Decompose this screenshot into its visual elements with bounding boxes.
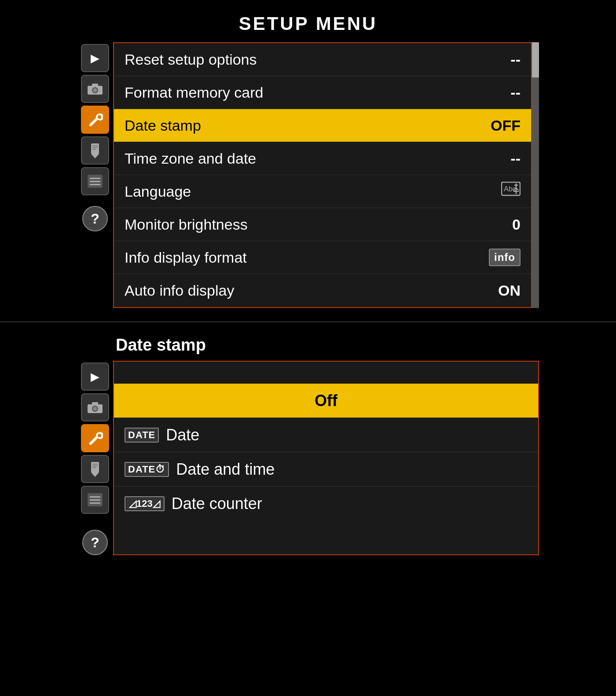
bottom-sidebar-play-icon[interactable]: ▶ <box>81 363 109 391</box>
sidebar-camera-icon[interactable] <box>81 75 109 103</box>
info-badge: info <box>489 249 521 266</box>
submenu-item-date-counter[interactable]: ◿123◿ Date counter <box>114 487 538 521</box>
menu-item-brightness[interactable]: Monitor brightness 0 <box>114 208 531 241</box>
sidebar-wrench-icon[interactable] <box>81 106 109 134</box>
svg-rect-26 <box>90 496 100 498</box>
question-button[interactable]: ? <box>82 206 108 231</box>
svg-rect-10 <box>90 178 100 179</box>
date-time-icon: DATE⏱ <box>125 462 169 477</box>
bottom-sidebar-wrench-icon[interactable] <box>81 424 109 452</box>
menu-item-reset[interactable]: Reset setup options -- <box>114 43 531 76</box>
menu-item-info-display[interactable]: Info display format info <box>114 241 531 274</box>
menu-item-language[interactable]: Language Abc <box>114 175 531 208</box>
sidebar-play-icon[interactable]: ▶ <box>81 44 109 72</box>
svg-rect-28 <box>90 502 100 504</box>
setup-menu-title: SETUP MENU <box>77 13 539 34</box>
counter-icon: ◿123◿ <box>125 496 165 511</box>
svg-point-18 <box>93 407 97 411</box>
submenu-item-off[interactable]: Off <box>114 384 538 418</box>
date-stamp-title: Date stamp <box>116 336 539 355</box>
setup-menu-list: Reset setup options -- Format memory car… <box>113 42 532 308</box>
svg-rect-23 <box>92 465 98 466</box>
sidebar-pencil-icon[interactable] <box>81 136 109 165</box>
svg-point-2 <box>93 88 97 92</box>
top-sidebar: ▶ <box>77 42 113 308</box>
scrollbar-thumb[interactable] <box>532 42 539 77</box>
bottom-sidebar-pencil-icon[interactable] <box>81 455 109 483</box>
svg-rect-24 <box>92 467 96 468</box>
svg-rect-3 <box>92 84 98 86</box>
menu-item-timezone[interactable]: Time zone and date -- <box>114 142 531 175</box>
svg-rect-8 <box>92 149 96 150</box>
svg-rect-7 <box>92 147 98 148</box>
date-icon: DATE <box>125 428 159 443</box>
svg-rect-12 <box>90 184 100 185</box>
bottom-sidebar-list-icon[interactable] <box>81 486 109 514</box>
bottom-sidebar: ▶ <box>77 361 113 555</box>
menu-item-auto-info[interactable]: Auto info display ON <box>114 274 531 307</box>
svg-rect-19 <box>92 402 98 405</box>
bottom-question-button[interactable]: ? <box>82 530 108 555</box>
submenu-item-date[interactable]: DATE Date <box>114 418 538 452</box>
date-stamp-submenu: Off DATE Date DATE⏱ Date and time ◿123◿ … <box>113 361 539 555</box>
svg-marker-5 <box>91 154 99 158</box>
svg-rect-6 <box>92 145 98 146</box>
svg-rect-27 <box>90 499 100 501</box>
svg-marker-21 <box>91 473 99 477</box>
language-icon: Abc <box>501 182 521 201</box>
bottom-sidebar-camera-icon[interactable] <box>81 393 109 421</box>
menu-scrollbar[interactable] <box>532 42 539 308</box>
svg-rect-11 <box>90 181 100 182</box>
menu-item-date-stamp[interactable]: Date stamp OFF <box>114 109 531 142</box>
svg-rect-22 <box>92 464 98 465</box>
panel-divider <box>0 321 616 322</box>
menu-item-format[interactable]: Format memory card -- <box>114 76 531 109</box>
sidebar-list-icon[interactable] <box>81 167 109 195</box>
submenu-item-date-time[interactable]: DATE⏱ Date and time <box>114 452 538 487</box>
